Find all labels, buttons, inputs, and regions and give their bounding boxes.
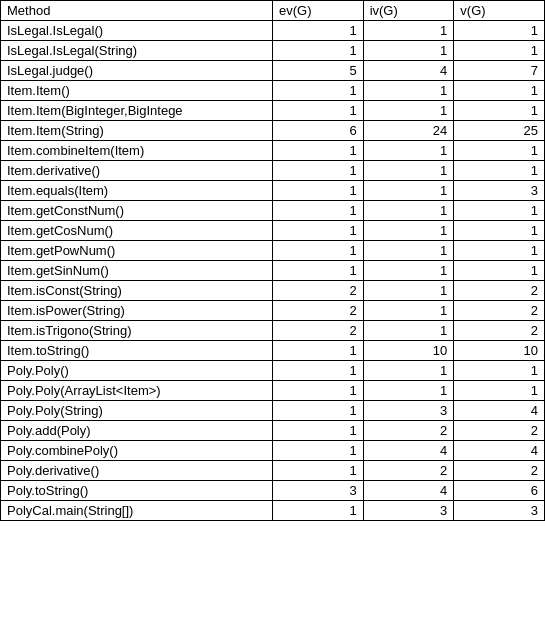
method-cell: Item.Item(BigInteger,BigIntege xyxy=(1,101,273,121)
metric-cell: 3 xyxy=(454,181,545,201)
metric-cell: 1 xyxy=(273,401,364,421)
metric-cell: 1 xyxy=(454,141,545,161)
metric-cell: 1 xyxy=(273,101,364,121)
metric-cell: 2 xyxy=(454,321,545,341)
metric-cell: 1 xyxy=(363,281,454,301)
metric-cell: 2 xyxy=(454,301,545,321)
table-row: Poly.add(Poly)122 xyxy=(1,421,545,441)
method-cell: Item.getConstNum() xyxy=(1,201,273,221)
metric-cell: 2 xyxy=(454,461,545,481)
metric-cell: 25 xyxy=(454,121,545,141)
table-row: IsLegal.judge()547 xyxy=(1,61,545,81)
method-cell: Item.getSinNum() xyxy=(1,261,273,281)
table-row: IsLegal.IsLegal()111 xyxy=(1,21,545,41)
method-cell: IsLegal.IsLegal() xyxy=(1,21,273,41)
header-method: Method xyxy=(1,1,273,21)
metric-cell: 1 xyxy=(273,141,364,161)
metric-cell: 1 xyxy=(363,321,454,341)
metric-cell: 1 xyxy=(273,381,364,401)
metrics-table: Method ev(G) iv(G) v(G) IsLegal.IsLegal(… xyxy=(0,0,545,521)
header-ev: ev(G) xyxy=(273,1,364,21)
metric-cell: 4 xyxy=(363,481,454,501)
table-row: IsLegal.IsLegal(String)111 xyxy=(1,41,545,61)
metric-cell: 1 xyxy=(363,261,454,281)
metric-cell: 6 xyxy=(273,121,364,141)
metric-cell: 1 xyxy=(363,21,454,41)
metric-cell: 3 xyxy=(363,501,454,521)
metric-cell: 1 xyxy=(273,501,364,521)
table-row: Item.combineItem(Item)111 xyxy=(1,141,545,161)
table-row: Item.isPower(String)212 xyxy=(1,301,545,321)
metric-cell: 1 xyxy=(454,241,545,261)
metric-cell: 1 xyxy=(454,261,545,281)
metric-cell: 1 xyxy=(363,141,454,161)
metric-cell: 5 xyxy=(273,61,364,81)
metric-cell: 1 xyxy=(273,421,364,441)
metric-cell: 4 xyxy=(363,61,454,81)
metric-cell: 1 xyxy=(363,381,454,401)
table-row: Item.getCosNum()111 xyxy=(1,221,545,241)
metric-cell: 1 xyxy=(273,241,364,261)
method-cell: IsLegal.judge() xyxy=(1,61,273,81)
method-cell: IsLegal.IsLegal(String) xyxy=(1,41,273,61)
metric-cell: 1 xyxy=(454,361,545,381)
table-row: Item.derivative()111 xyxy=(1,161,545,181)
metric-cell: 1 xyxy=(363,41,454,61)
metric-cell: 1 xyxy=(454,221,545,241)
metric-cell: 1 xyxy=(273,221,364,241)
table-row: Item.Item(String)62425 xyxy=(1,121,545,141)
metric-cell: 1 xyxy=(273,361,364,381)
metric-cell: 24 xyxy=(363,121,454,141)
method-cell: Poly.Poly(ArrayList<Item>) xyxy=(1,381,273,401)
header-iv: iv(G) xyxy=(363,1,454,21)
table-row: Poly.combinePoly()144 xyxy=(1,441,545,461)
table-row: Poly.toString()346 xyxy=(1,481,545,501)
metric-cell: 1 xyxy=(273,261,364,281)
metric-cell: 1 xyxy=(273,21,364,41)
table-row: Item.getConstNum()111 xyxy=(1,201,545,221)
metric-cell: 1 xyxy=(363,301,454,321)
metric-cell: 1 xyxy=(273,161,364,181)
metric-cell: 1 xyxy=(454,41,545,61)
method-cell: Poly.toString() xyxy=(1,481,273,501)
metric-cell: 1 xyxy=(363,161,454,181)
metric-cell: 2 xyxy=(363,421,454,441)
method-cell: Item.toString() xyxy=(1,341,273,361)
metric-cell: 1 xyxy=(273,341,364,361)
method-cell: Item.Item() xyxy=(1,81,273,101)
table-row: Item.toString()11010 xyxy=(1,341,545,361)
metric-cell: 3 xyxy=(273,481,364,501)
table-row: PolyCal.main(String[])133 xyxy=(1,501,545,521)
table-row: Item.getSinNum()111 xyxy=(1,261,545,281)
metric-cell: 4 xyxy=(363,441,454,461)
header-v: v(G) xyxy=(454,1,545,21)
metric-cell: 4 xyxy=(454,441,545,461)
metric-cell: 1 xyxy=(454,101,545,121)
method-cell: Poly.combinePoly() xyxy=(1,441,273,461)
metric-cell: 1 xyxy=(273,201,364,221)
metric-cell: 2 xyxy=(273,281,364,301)
method-cell: Item.getPowNum() xyxy=(1,241,273,261)
metric-cell: 1 xyxy=(273,81,364,101)
table-row: Item.Item()111 xyxy=(1,81,545,101)
metric-cell: 4 xyxy=(454,401,545,421)
method-cell: Poly.add(Poly) xyxy=(1,421,273,441)
metric-cell: 1 xyxy=(454,201,545,221)
method-cell: Item.getCosNum() xyxy=(1,221,273,241)
metric-cell: 10 xyxy=(363,341,454,361)
method-cell: Poly.Poly() xyxy=(1,361,273,381)
table-row: Item.equals(Item)113 xyxy=(1,181,545,201)
metric-cell: 1 xyxy=(454,381,545,401)
metric-cell: 7 xyxy=(454,61,545,81)
table-row: Item.isConst(String)212 xyxy=(1,281,545,301)
method-cell: Poly.Poly(String) xyxy=(1,401,273,421)
method-cell: Poly.derivative() xyxy=(1,461,273,481)
table-row: Item.isTrigono(String)212 xyxy=(1,321,545,341)
metric-cell: 1 xyxy=(273,461,364,481)
method-cell: Item.combineItem(Item) xyxy=(1,141,273,161)
method-cell: Item.Item(String) xyxy=(1,121,273,141)
metric-cell: 3 xyxy=(454,501,545,521)
method-cell: Item.isTrigono(String) xyxy=(1,321,273,341)
metric-cell: 1 xyxy=(363,241,454,261)
metric-cell: 1 xyxy=(363,81,454,101)
